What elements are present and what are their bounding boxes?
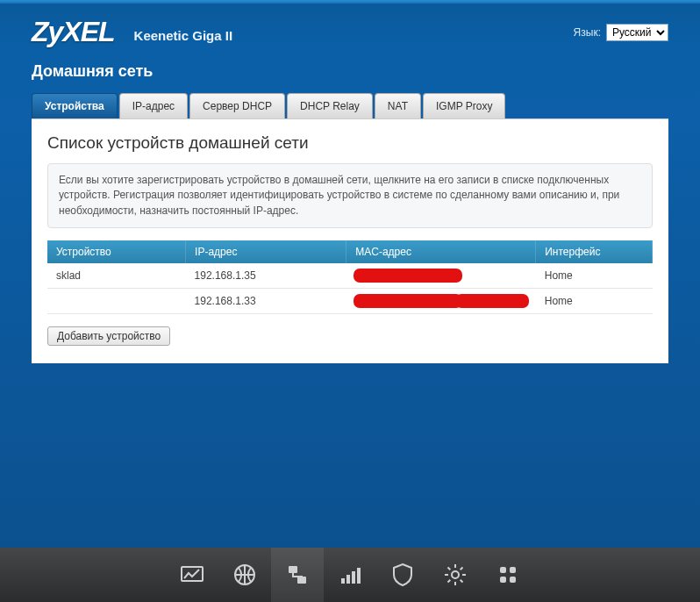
cell-ip: 192.168.1.33 (186, 289, 346, 314)
language-label: Язык: (574, 26, 601, 39)
content-panel: Список устройств домашней сети Если вы х… (32, 118, 668, 363)
col-device: Устройство (47, 240, 186, 263)
dashboard-icon[interactable] (166, 548, 218, 602)
brand-logo: ZyXEL (32, 16, 115, 48)
table-row[interactable]: sklad 192.168.1.35 Home (47, 263, 653, 289)
tabs: Устройства IP-адрес Сервер DHCP DHCP Rel… (0, 93, 700, 118)
model-name: Keenetic Giga II (134, 28, 233, 43)
cell-device (47, 289, 186, 314)
language-selector: Язык: Русский (574, 24, 668, 41)
cell-iface: Home (536, 263, 653, 289)
redacted-mac (457, 296, 527, 306)
apps-icon[interactable] (482, 548, 534, 602)
redacted-mac (355, 270, 461, 281)
cell-mac (346, 263, 536, 289)
shield-icon[interactable] (376, 548, 429, 602)
page-title: Домашняя сеть (0, 57, 700, 93)
tab-nat[interactable]: NAT (375, 93, 421, 118)
tab-devices[interactable]: Устройства (32, 93, 118, 118)
col-ip: IP-адрес (186, 240, 346, 263)
cell-device: sklad (47, 263, 186, 289)
globe-icon[interactable] (218, 548, 271, 602)
header: ZyXEL Keenetic Giga II Язык: Русский (0, 4, 700, 57)
cell-mac (346, 289, 536, 314)
cell-ip: 192.168.1.35 (186, 263, 346, 289)
svg-rect-7 (357, 568, 361, 584)
add-device-button[interactable]: Добавить устройство (47, 326, 170, 346)
section-description: Если вы хотите зарегистрировать устройст… (47, 163, 653, 228)
svg-rect-9 (500, 567, 506, 573)
signal-icon[interactable] (324, 548, 376, 602)
svg-rect-5 (346, 575, 350, 584)
section-heading: Список устройств домашней сети (47, 133, 653, 153)
svg-rect-0 (182, 567, 203, 581)
svg-rect-11 (500, 577, 506, 583)
tab-ip-address[interactable]: IP-адрес (119, 93, 188, 118)
svg-rect-2 (289, 566, 297, 573)
devices-table: Устройство IP-адрес MAC-адрес Интерфейс … (47, 240, 653, 314)
language-select[interactable]: Русский (606, 24, 668, 41)
gear-icon[interactable] (429, 548, 482, 602)
table-header-row: Устройство IP-адрес MAC-адрес Интерфейс (47, 240, 653, 263)
svg-rect-4 (341, 578, 345, 584)
redacted-mac (355, 296, 461, 306)
tab-dhcp-server[interactable]: Сервер DHCP (189, 93, 285, 118)
table-row[interactable]: 192.168.1.33 Home (47, 289, 653, 314)
svg-point-8 (452, 571, 459, 578)
col-mac: MAC-адрес (346, 240, 536, 263)
network-icon[interactable] (271, 548, 324, 602)
tab-igmp-proxy[interactable]: IGMP Proxy (423, 93, 505, 118)
svg-rect-6 (352, 571, 355, 584)
bottom-nav (0, 548, 700, 602)
tab-dhcp-relay[interactable]: DHCP Relay (287, 93, 373, 118)
svg-rect-12 (510, 577, 516, 583)
cell-iface: Home (536, 289, 653, 314)
col-interface: Интерфейс (536, 240, 653, 263)
svg-rect-10 (510, 567, 516, 573)
